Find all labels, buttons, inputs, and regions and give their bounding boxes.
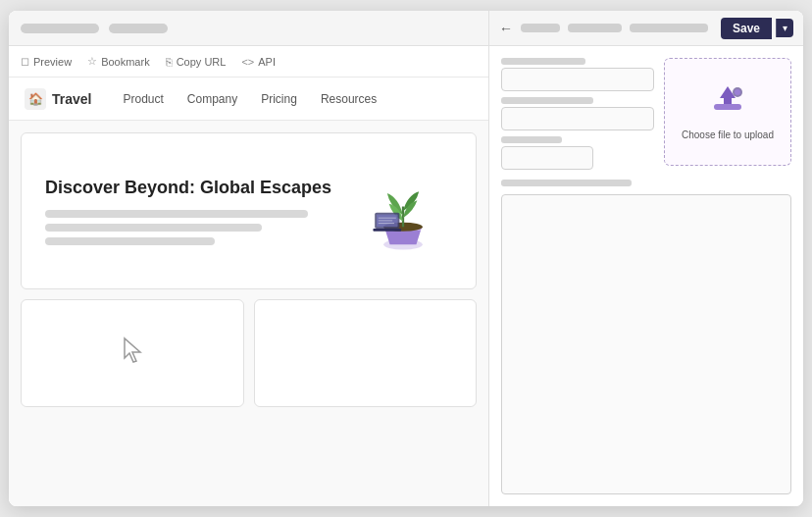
nav-link-product[interactable]: Product — [123, 92, 163, 106]
field-label-1 — [501, 58, 585, 65]
hero-line-1 — [45, 210, 308, 218]
field-input-3[interactable] — [501, 146, 593, 170]
content-area: Discover Beyond: Global Escapes — [9, 121, 488, 506]
hero-image — [354, 162, 452, 260]
card-2 — [254, 299, 478, 407]
right-content: Choose file to upload — [489, 46, 803, 506]
field-group-2 — [501, 97, 654, 130]
right-top-bar: ← Save ▾ — [489, 11, 803, 46]
svg-rect-4 — [373, 229, 401, 232]
top-bar-pill-2 — [109, 24, 168, 33]
api-label: API — [258, 56, 276, 68]
preview-label: Preview — [33, 56, 72, 68]
field-input-2[interactable] — [501, 107, 654, 130]
home-icon: 🏠 — [25, 88, 46, 110]
hero-section: Discover Beyond: Global Escapes — [21, 132, 477, 289]
nav-logo-text: Travel — [52, 91, 91, 107]
copy-url-label: Copy URL — [177, 56, 227, 68]
nav-bar: 🏠 Travel Product Company Pricing Resourc… — [9, 78, 488, 121]
bookmark-label: Bookmark — [101, 56, 150, 68]
hero-lines — [45, 210, 354, 245]
textarea-section — [501, 180, 791, 494]
field-label-2 — [501, 97, 593, 104]
right-pill-2 — [568, 24, 622, 32]
hero-line-3 — [45, 237, 215, 245]
api-icon: <> — [241, 56, 254, 68]
svg-point-13 — [735, 89, 740, 95]
copy-url-button[interactable]: ⎘ Copy URL — [166, 56, 227, 68]
upload-icon — [710, 82, 745, 121]
right-nav-right: Save ▾ — [721, 18, 793, 39]
field-label-3 — [501, 136, 562, 143]
preview-icon: ◻ — [21, 55, 29, 68]
svg-marker-11 — [720, 86, 736, 104]
form-fields — [501, 58, 654, 170]
upload-text: Choose file to upload — [682, 129, 774, 141]
preview-button[interactable]: ◻ Preview — [21, 55, 72, 68]
save-button[interactable]: Save — [721, 18, 772, 39]
copy-icon: ⎘ — [166, 56, 173, 68]
back-arrow-icon[interactable]: ← — [499, 21, 513, 36]
cursor-icon — [121, 336, 144, 370]
top-bar-pill-1 — [21, 24, 99, 33]
form-section: Choose file to upload — [501, 58, 791, 170]
api-button[interactable]: <> API — [241, 56, 276, 68]
card-1 — [21, 299, 244, 407]
right-pill-1 — [521, 24, 560, 32]
textarea-label — [501, 180, 632, 186]
field-group-3 — [501, 136, 654, 170]
bookmark-button[interactable]: ☆ Bookmark — [87, 55, 150, 68]
right-panel: ← Save ▾ — [489, 11, 803, 506]
textarea-box[interactable] — [501, 194, 791, 494]
svg-marker-9 — [125, 338, 140, 362]
chevron-down-icon: ▾ — [783, 23, 787, 33]
save-dropdown-button[interactable]: ▾ — [776, 19, 793, 37]
toolbar: ◻ Preview ☆ Bookmark ⎘ Copy URL <> API — [9, 46, 488, 78]
upload-box[interactable]: Choose file to upload — [664, 58, 791, 166]
nav-link-company[interactable]: Company — [187, 92, 237, 106]
left-panel: ◻ Preview ☆ Bookmark ⎘ Copy URL <> API 🏠… — [9, 11, 489, 506]
field-input-1[interactable] — [501, 68, 654, 91]
svg-rect-10 — [714, 104, 741, 110]
app-container: ◻ Preview ☆ Bookmark ⎘ Copy URL <> API 🏠… — [9, 11, 803, 506]
bookmark-icon: ☆ — [87, 55, 97, 68]
nav-logo: 🏠 Travel — [25, 88, 91, 110]
right-pill-3 — [630, 24, 708, 32]
plant-illustration — [359, 167, 447, 255]
top-bar-left — [9, 11, 488, 46]
right-nav-left: ← — [499, 21, 708, 36]
field-group-1 — [501, 58, 654, 91]
nav-link-pricing[interactable]: Pricing — [261, 92, 297, 106]
bottom-cards — [21, 299, 477, 407]
hero-line-2 — [45, 224, 262, 232]
nav-link-resources[interactable]: Resources — [321, 92, 377, 106]
hero-title: Discover Beyond: Global Escapes — [45, 178, 354, 198]
hero-text: Discover Beyond: Global Escapes — [45, 178, 354, 245]
